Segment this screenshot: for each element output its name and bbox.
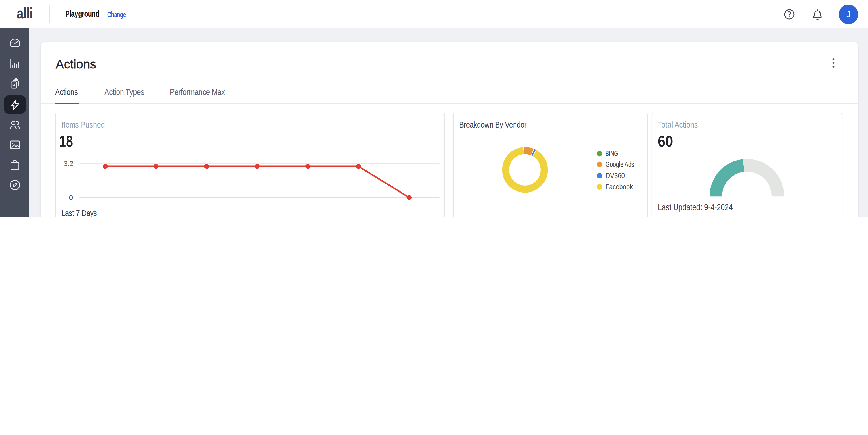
- svg-text:Facebook: Facebook: [606, 182, 633, 191]
- svg-text:BING: BING: [606, 150, 618, 157]
- svg-text:3.2: 3.2: [64, 160, 73, 167]
- svg-text:0: 0: [69, 193, 73, 201]
- svg-text:Google Ads: Google Ads: [606, 160, 634, 168]
- svg-text:DV360: DV360: [606, 171, 625, 179]
